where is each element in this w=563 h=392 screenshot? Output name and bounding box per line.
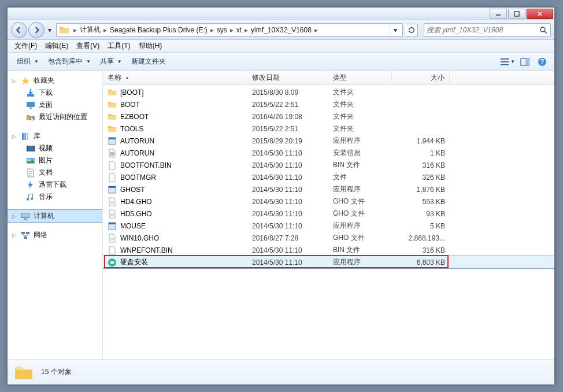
menu-help[interactable]: 帮助(H): [135, 40, 166, 52]
sidebar-label: 计算机: [34, 211, 54, 221]
file-row[interactable]: BOOTFONT.BIN2014/5/30 11:10BIN 文件316 KB: [103, 159, 554, 171]
menu-edit[interactable]: 编辑(E): [42, 40, 72, 52]
chevron-right-icon[interactable]: ▸: [102, 26, 109, 34]
sidebar-item-label: 图片: [39, 156, 53, 165]
file-row[interactable]: MOUSE2014/5/30 11:10应用程序5 KB: [103, 220, 554, 232]
address-bar[interactable]: ▸ 计算机 ▸ Seagate Backup Plus Drive (E:) ▸…: [56, 23, 403, 37]
download-icon: [26, 88, 35, 98]
file-name: EZBOOT: [120, 113, 149, 121]
file-row[interactable]: 硬盘安装2014/5/30 11:10应用程序6,603 KB: [103, 256, 554, 268]
close-button[interactable]: [527, 9, 553, 19]
file-row[interactable]: TOOLS2015/5/22 2:51文件夹: [103, 123, 554, 135]
view-options-button[interactable]: ▼: [500, 56, 515, 68]
sidebar-item-desktop[interactable]: 桌面: [8, 99, 102, 111]
sidebar-label: 收藏夹: [34, 76, 54, 86]
file-row[interactable]: EZBOOT2016/4/26 19:08文件夹: [103, 110, 554, 123]
file-date: 2015/8/30 8:09: [247, 88, 328, 97]
svg-rect-0: [514, 12, 519, 16]
minimize-button[interactable]: [490, 9, 507, 19]
file-row[interactable]: [BOOT]2015/8/30 8:09文件夹: [103, 86, 554, 98]
svg-rect-10: [27, 102, 35, 107]
title-bar[interactable]: [8, 8, 554, 20]
file-date: 2014/5/30 11:10: [247, 198, 328, 206]
file-type: GHO 文件: [328, 197, 392, 206]
file-row[interactable]: WNPEFONT.BIN2014/5/30 11:10BIN 文件316 KB: [103, 244, 554, 256]
breadcrumb-item[interactable]: 计算机: [79, 25, 102, 35]
library-icon: [21, 132, 30, 141]
video-icon: [26, 144, 35, 153]
sidebar-item-network[interactable]: ▷ 网络: [8, 229, 102, 241]
breadcrumb-item[interactable]: ylmf_10X32_V1608: [250, 26, 313, 34]
file-list: 名称▲ 修改日期 类型 大小 [BOOT]2015/8/30 8:09文件夹BO…: [103, 71, 554, 359]
column-name[interactable]: 名称▲: [103, 71, 247, 84]
menu-tools[interactable]: 工具(T): [104, 40, 134, 52]
file-row[interactable]: BOOTMGR2014/5/30 11:10文件326 KB: [103, 171, 554, 183]
search-input[interactable]: [427, 26, 539, 34]
chevron-right-icon[interactable]: ▸: [313, 26, 320, 34]
file-row[interactable]: BOOT2015/5/22 2:51文件夹: [103, 98, 554, 110]
chevron-right-icon[interactable]: ▸: [243, 26, 250, 34]
sidebar-item-videos[interactable]: 视频: [8, 142, 102, 154]
include-library-button[interactable]: 包含到库中▼: [43, 55, 95, 68]
file-name: HD4.GHO: [120, 198, 152, 206]
file-row[interactable]: WIN10.GHO2016/8/27 7:28GHO 文件2,868,193..…: [103, 232, 554, 244]
sidebar-item-downloads[interactable]: 下载: [8, 87, 102, 99]
column-size[interactable]: 大小: [392, 71, 450, 84]
forward-button[interactable]: [28, 22, 45, 38]
sidebar-item-documents[interactable]: 文档: [8, 167, 102, 179]
organize-button[interactable]: 组织▼: [12, 55, 43, 68]
back-button[interactable]: [11, 22, 27, 38]
chevron-right-icon[interactable]: ▸: [228, 26, 235, 34]
column-date[interactable]: 修改日期: [247, 71, 328, 84]
sidebar-item-computer[interactable]: ▷ 计算机: [8, 210, 102, 222]
nav-bar: ▾ ▸ 计算机 ▸ Seagate Backup Plus Drive (E:)…: [8, 20, 554, 40]
breadcrumb-item[interactable]: Seagate Backup Plus Drive (E:): [109, 26, 209, 34]
menu-view[interactable]: 查看(V): [73, 40, 103, 52]
file-row[interactable]: HD5.GHO2014/5/30 11:10GHO 文件93 KB: [103, 208, 554, 220]
file-name: HD5.GHO: [120, 210, 152, 218]
file-size: 93 KB: [392, 210, 450, 218]
file-row[interactable]: AUTORUN2015/8/29 20:19应用程序1,944 KB: [103, 135, 554, 147]
svg-rect-13: [22, 133, 24, 140]
file-size: 2,868,193...: [392, 234, 450, 242]
file-row[interactable]: GHOST2014/5/30 11:10应用程序1,876 KB: [103, 183, 554, 195]
file-row[interactable]: AUTORUN2014/5/30 11:10安装信息1 KB: [103, 147, 554, 159]
file-type: BIN 文件: [328, 245, 392, 255]
file-date: 2014/5/30 11:10: [247, 246, 328, 254]
file-name: BOOTMGR: [120, 173, 156, 182]
svg-rect-16: [27, 146, 35, 151]
sidebar-item-thunder[interactable]: 迅雷下载: [8, 179, 102, 191]
breadcrumb-item[interactable]: sys: [216, 26, 228, 34]
maximize-button[interactable]: [508, 9, 525, 19]
svg-text:?: ?: [540, 58, 544, 66]
file-date: 2016/8/27 7:28: [247, 234, 328, 242]
search-box[interactable]: [424, 23, 551, 37]
breadcrumb-item[interactable]: xt: [235, 26, 243, 34]
help-button[interactable]: ?: [535, 56, 550, 68]
new-folder-button[interactable]: 新建文件夹: [127, 55, 171, 68]
file-date: 2014/5/30 11:10: [247, 149, 328, 157]
chevron-right-icon[interactable]: ▸: [209, 26, 216, 34]
column-type[interactable]: 类型: [328, 71, 392, 84]
svg-rect-2: [501, 58, 509, 60]
file-type: 应用程序: [328, 136, 392, 146]
address-dropdown-icon[interactable]: ▾: [390, 24, 400, 36]
sidebar-item-recent[interactable]: 最近访问的位置: [8, 111, 102, 123]
sidebar-group-libraries[interactable]: ▷ 库: [8, 130, 102, 142]
preview-pane-button[interactable]: [517, 56, 532, 68]
sidebar-group-favorites[interactable]: ▷ 收藏夹: [8, 75, 102, 87]
chevron-right-icon[interactable]: ▸: [72, 26, 79, 34]
menu-file[interactable]: 文件(F): [11, 40, 40, 52]
sidebar-item-music[interactable]: 音乐: [8, 191, 102, 203]
history-dropdown-icon[interactable]: ▾: [46, 24, 54, 36]
file-date: 2014/5/30 11:10: [247, 210, 328, 218]
share-button[interactable]: 共享▼: [95, 55, 127, 68]
refresh-button[interactable]: [405, 24, 418, 36]
thunder-icon: [26, 180, 35, 190]
file-row[interactable]: HD4.GHO2014/5/30 11:10GHO 文件553 KB: [103, 195, 554, 208]
file-size: 1 KB: [392, 149, 450, 157]
svg-rect-11: [29, 108, 32, 109]
sidebar-item-pictures[interactable]: 图片: [8, 154, 102, 167]
file-name: [BOOT]: [120, 88, 144, 97]
file-type: 文件夹: [328, 124, 392, 134]
